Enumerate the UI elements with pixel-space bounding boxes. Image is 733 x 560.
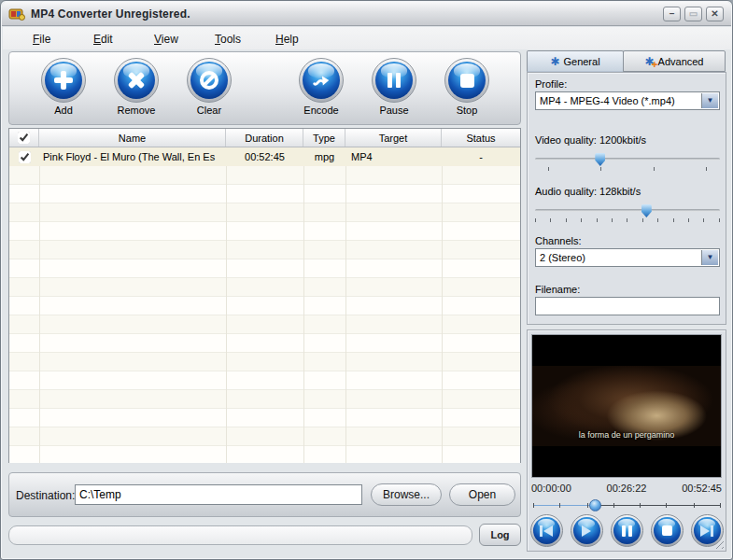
window-title: MP4 Converter Unregistered. bbox=[31, 7, 190, 21]
stop-icon bbox=[662, 525, 672, 536]
pause-button[interactable]: Pause bbox=[361, 58, 427, 116]
block-icon bbox=[200, 71, 218, 90]
pause-playback-button[interactable] bbox=[613, 517, 641, 544]
channels-select-value: 2 (Stereo) bbox=[540, 252, 585, 263]
row-status: - bbox=[442, 147, 520, 166]
video-quality-label: Video quality: 1200kbit/s bbox=[535, 134, 646, 146]
encode-button[interactable]: Encode bbox=[289, 58, 354, 116]
menu-bar: File Edit View Tools Help bbox=[3, 27, 732, 49]
plus-icon bbox=[54, 71, 73, 90]
clear-button[interactable]: Clear bbox=[176, 58, 242, 116]
close-button[interactable]: ✕ bbox=[706, 7, 724, 21]
time-end: 00:52:45 bbox=[682, 483, 722, 494]
preview-panel: la forma de un pergamino 00:00:00 00:26:… bbox=[527, 329, 726, 552]
transport-controls bbox=[531, 514, 722, 547]
title-bar[interactable]: MP4 Converter Unregistered. – ▭ ✕ bbox=[2, 2, 731, 26]
app-window: MP4 Converter Unregistered. – ▭ ✕ File E… bbox=[0, 0, 733, 560]
slider-track bbox=[535, 158, 720, 161]
add-button[interactable]: Add bbox=[31, 58, 96, 116]
audio-quality-slider-thumb[interactable] bbox=[641, 204, 652, 217]
gear-icon: ✱ bbox=[550, 56, 559, 67]
audio-quality-label: Audio quality: 128kbit/s bbox=[535, 186, 641, 197]
pause-icon bbox=[388, 73, 401, 88]
stop-button[interactable]: Stop bbox=[434, 58, 500, 116]
seek-bar[interactable] bbox=[533, 499, 720, 511]
gridline bbox=[39, 147, 40, 463]
minimize-button[interactable]: – bbox=[663, 7, 681, 21]
menu-help[interactable]: Help bbox=[270, 31, 304, 48]
row-checkbox[interactable] bbox=[19, 151, 31, 163]
time-labels: 00:00:00 00:26:22 00:52:45 bbox=[531, 483, 722, 494]
play-button[interactable] bbox=[573, 517, 600, 544]
stop-playback-button[interactable] bbox=[654, 517, 681, 544]
header-duration[interactable]: Duration bbox=[226, 129, 303, 147]
browse-button[interactable]: Browse... bbox=[371, 483, 442, 506]
gridline bbox=[226, 147, 227, 463]
header-type[interactable]: Type bbox=[303, 129, 345, 147]
maximize-button[interactable]: ▭ bbox=[684, 7, 702, 21]
video-quality-ticks bbox=[535, 167, 720, 172]
audio-quality-ticks bbox=[535, 218, 720, 223]
select-all-checkbox[interactable] bbox=[18, 132, 30, 144]
gridline bbox=[442, 147, 443, 463]
chevron-down-icon[interactable]: ▼ bbox=[701, 93, 718, 108]
menu-edit[interactable]: Edit bbox=[88, 31, 119, 48]
skip-start-icon bbox=[540, 525, 553, 537]
table-header: Name Duration Type Target Status bbox=[9, 129, 520, 147]
add-button-label: Add bbox=[31, 105, 96, 116]
general-tab-content: Profile: MP4 - MPEG-4 Video (*.mp4) ▼ Vi… bbox=[527, 72, 726, 325]
seek-fill bbox=[533, 505, 595, 506]
gear-plus-icon: ✱✚ bbox=[645, 56, 655, 67]
skip-end-icon bbox=[700, 525, 713, 537]
gridline bbox=[303, 147, 304, 463]
toolbar: Add Remove Clear Encode Pause Stop bbox=[8, 51, 521, 125]
video-preview[interactable]: la forma de un pergamino bbox=[531, 334, 722, 478]
gridline bbox=[345, 147, 346, 463]
stop-icon bbox=[460, 74, 474, 88]
profile-select-value: MP4 - MPEG-4 Video (*.mp4) bbox=[540, 95, 675, 106]
seek-thumb[interactable] bbox=[589, 499, 601, 511]
log-button[interactable]: Log bbox=[479, 524, 521, 546]
encode-arrow-icon bbox=[311, 70, 331, 91]
progress-bar bbox=[8, 525, 472, 545]
pause-button-label: Pause bbox=[361, 105, 427, 116]
menu-view[interactable]: View bbox=[148, 31, 184, 48]
tab-advanced[interactable]: ✱✚ Advanced bbox=[623, 50, 726, 72]
table-row[interactable]: Pink Floyd - El Muro (The Wall, En Es 00… bbox=[9, 147, 520, 166]
row-type: mpg bbox=[303, 147, 345, 166]
skip-end-button[interactable] bbox=[694, 517, 721, 544]
tab-strip: ✱ General ✱✚ Advanced bbox=[527, 50, 726, 72]
menu-tools[interactable]: Tools bbox=[209, 31, 247, 48]
slider-track bbox=[535, 209, 720, 212]
profile-select[interactable]: MP4 - MPEG-4 Video (*.mp4) ▼ bbox=[535, 91, 720, 110]
row-duration: 00:52:45 bbox=[226, 147, 303, 166]
channels-label: Channels: bbox=[535, 235, 582, 246]
remove-button-label: Remove bbox=[104, 105, 169, 116]
video-quality-slider[interactable] bbox=[535, 153, 720, 166]
row-target: MP4 bbox=[345, 147, 442, 166]
channels-select[interactable]: 2 (Stereo) ▼ bbox=[535, 248, 720, 267]
header-target[interactable]: Target bbox=[345, 129, 442, 147]
header-status[interactable]: Status bbox=[442, 129, 520, 147]
chevron-down-icon[interactable]: ▼ bbox=[701, 250, 718, 265]
audio-quality-slider[interactable] bbox=[535, 204, 720, 217]
select-all-checkbox-cell[interactable] bbox=[9, 129, 39, 147]
header-name[interactable]: Name bbox=[39, 129, 226, 147]
destination-label: Destination: bbox=[16, 489, 75, 502]
filename-input[interactable] bbox=[535, 297, 720, 315]
open-button[interactable]: Open bbox=[449, 483, 515, 506]
app-icon bbox=[8, 7, 25, 21]
pause-icon bbox=[622, 525, 632, 537]
encode-button-label: Encode bbox=[289, 105, 354, 116]
tab-advanced-label: Advanced bbox=[658, 56, 704, 67]
profile-label: Profile: bbox=[535, 78, 567, 90]
video-quality-slider-thumb[interactable] bbox=[595, 153, 605, 166]
remove-button[interactable]: Remove bbox=[104, 58, 169, 116]
video-subtitle: la forma de un pergamino bbox=[532, 430, 721, 440]
skip-start-button[interactable] bbox=[533, 517, 560, 544]
destination-panel: Destination: Browse... Open bbox=[8, 472, 521, 517]
menu-file[interactable]: File bbox=[27, 31, 56, 48]
tab-general[interactable]: ✱ General bbox=[527, 50, 624, 72]
filename-label: Filename: bbox=[535, 284, 580, 295]
destination-input[interactable] bbox=[75, 484, 362, 505]
